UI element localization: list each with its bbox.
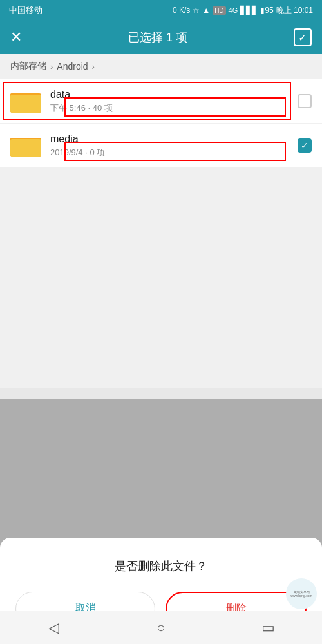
file-info-media: media 2019/9/4 · 0 项 bbox=[50, 133, 298, 158]
status-bar: 中国移动 0 K/s ☆ ▲ HD 4G ▋▋▋ ▮95 晚上 10:01 bbox=[0, 0, 322, 21]
4g-icon: 4G bbox=[229, 6, 238, 14]
svg-rect-5 bbox=[10, 139, 41, 157]
file-info-data: data 下午 5:46 · 40 项 bbox=[50, 89, 298, 114]
select-all-button[interactable]: ✓ bbox=[294, 28, 312, 46]
file-name-data: data bbox=[50, 89, 298, 100]
page-title: 已选择 1 项 bbox=[128, 30, 187, 45]
wifi-icon: ▲ bbox=[202, 6, 210, 15]
watermark-line2: www.lcjrtg.com bbox=[290, 594, 312, 598]
folder-icon-media bbox=[10, 133, 41, 158]
hd-icon: HD bbox=[213, 6, 225, 15]
breadcrumb-root[interactable]: 内部存储 bbox=[10, 61, 46, 72]
recents-button[interactable]: ▭ bbox=[256, 615, 281, 641]
carrier-label: 中国移动 bbox=[9, 5, 43, 16]
breadcrumb-sep1: › bbox=[50, 62, 53, 71]
svg-rect-2 bbox=[10, 95, 41, 113]
checkbox-data[interactable] bbox=[298, 94, 312, 108]
watermark: 龙城安卓网 www.lcjrtg.com bbox=[286, 578, 317, 609]
file-name-media: media bbox=[50, 133, 298, 145]
signal-icon: ▋▋▋ bbox=[240, 6, 258, 15]
file-meta-data: 下午 5:46 · 40 项 bbox=[50, 102, 298, 114]
status-right: 0 K/s ☆ ▲ HD 4G ▋▋▋ ▮95 晚上 10:01 bbox=[173, 5, 313, 16]
speed-label: 0 K/s bbox=[173, 6, 190, 15]
breadcrumb-android[interactable]: Android bbox=[57, 61, 88, 71]
dialog-overlay: 是否删除此文件？ 取消 删除 bbox=[0, 399, 322, 644]
file-list-area: data 下午 5:46 · 40 项 media 2019/9/4 · 0 项… bbox=[0, 79, 322, 388]
title-bar: ✕ 已选择 1 项 ✓ bbox=[0, 21, 322, 54]
battery-icon: ▮95 bbox=[260, 6, 273, 15]
file-item-media[interactable]: media 2019/9/4 · 0 项 ✓ bbox=[0, 124, 322, 167]
time-label: 晚上 10:01 bbox=[276, 5, 313, 16]
dialog-title: 是否删除此文件？ bbox=[15, 558, 307, 574]
file-meta-media: 2019/9/4 · 0 项 bbox=[50, 147, 298, 158]
breadcrumb: 内部存储 › Android › bbox=[0, 54, 322, 79]
folder-icon-data bbox=[10, 88, 41, 114]
checkbox-media[interactable]: ✓ bbox=[298, 138, 312, 153]
back-button[interactable]: ◁ bbox=[41, 615, 66, 641]
nav-bar: ◁ ○ ▭ bbox=[0, 611, 322, 644]
bluetooth-icon: ☆ bbox=[193, 6, 200, 15]
breadcrumb-sep2: › bbox=[92, 62, 95, 71]
file-item-data[interactable]: data 下午 5:46 · 40 项 bbox=[0, 79, 322, 123]
home-button[interactable]: ○ bbox=[148, 615, 174, 641]
close-button[interactable]: ✕ bbox=[10, 29, 22, 46]
